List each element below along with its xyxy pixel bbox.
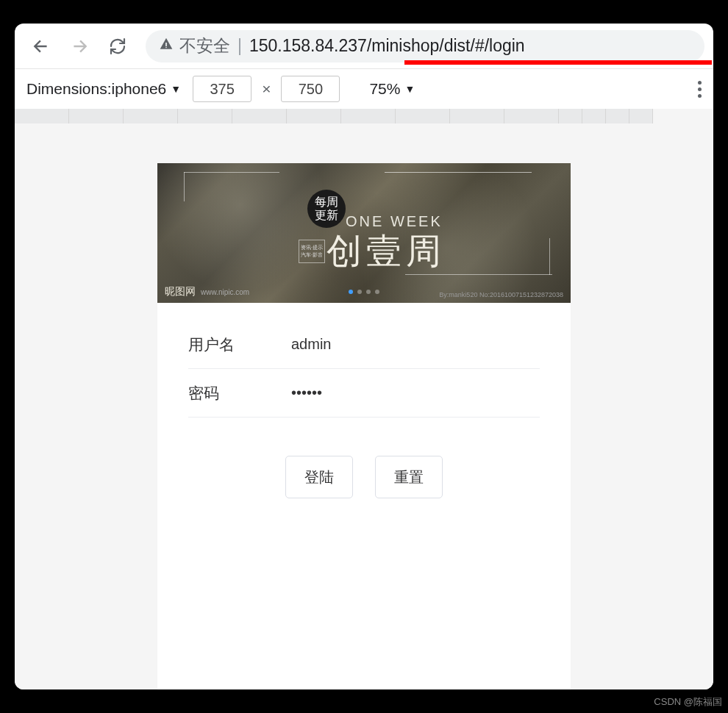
watermark: CSDN @陈福国 [654,695,722,709]
dimensions-prefix: Dimensions: [26,80,112,98]
device-name: iphone6 [112,80,167,98]
carousel-dot[interactable] [357,290,362,294]
back-button[interactable] [24,29,59,64]
reload-button[interactable] [100,29,135,64]
zoom-selector[interactable]: 75% ▼ [369,80,415,98]
url-path: /minishop/dist/#/login [367,36,525,56]
ruler [15,109,713,129]
carousel-banner[interactable]: 每周 更新 ONE WEEK 创壹周 资讯·提示 汽车·影音 昵图网 www.n… [157,163,571,303]
zoom-value: 75% [369,80,400,98]
browser-window: 不安全 | 150.158.84.237/minishop/dist/#/log… [15,24,713,689]
width-input[interactable] [193,76,251,102]
dropdown-icon: ▼ [171,83,181,95]
more-options-button[interactable] [698,81,702,98]
password-input[interactable] [291,384,540,401]
login-button[interactable]: 登陆 [285,456,353,498]
decor-line [549,238,550,275]
security-label: 不安全 [179,35,230,57]
carousel-dot[interactable] [375,290,379,294]
url-host: 150.158.84.237 [249,36,367,56]
username-input[interactable] [291,336,540,353]
browser-toolbar: 不安全 | 150.158.84.237/minishop/dist/#/log… [15,24,713,69]
devtools-bar: Dimensions: iphone6 ▼ × 75% ▼ [15,69,713,109]
carousel-indicators[interactable] [349,290,379,294]
url-highlight [404,60,712,65]
dimensions-selector[interactable]: Dimensions: iphone6 ▼ [26,80,181,98]
forward-button[interactable] [62,29,97,64]
password-field-row: 密码 [188,369,540,418]
decor-line [184,172,185,201]
app-screen: 每周 更新 ONE WEEK 创壹周 资讯·提示 汽车·影音 昵图网 www.n… [157,163,571,689]
dropdown-icon: ▼ [404,83,415,95]
device-viewport: 每周 更新 ONE WEEK 创壹周 资讯·提示 汽车·影音 昵图网 www.n… [15,129,713,689]
dimension-x: × [262,80,271,98]
form-buttons: 登陆 重置 [188,456,540,498]
login-form: 用户名 密码 登陆 重置 [157,303,571,516]
decor-line [405,274,552,275]
address-bar[interactable]: 不安全 | 150.158.84.237/minishop/dist/#/log… [146,30,704,62]
username-label: 用户名 [188,334,291,355]
banner-credit: By:manki520 No:20161007151232872038 [439,291,563,298]
security-warning-icon [159,37,174,55]
carousel-dot[interactable] [349,290,353,294]
carousel-dot[interactable] [366,290,371,294]
tag-l1: 资讯·提示 [301,244,323,251]
decor-line [184,172,279,173]
banner-logo-url: www.nipic.com [201,288,249,296]
banner-badge: 每周 更新 [307,190,346,228]
badge-line1: 每周 [315,196,338,209]
url-separator: | [238,36,242,56]
reset-button[interactable]: 重置 [375,456,443,498]
decor-line [385,172,532,173]
banner-logo-text: 昵图网 [165,285,196,297]
banner-title: 创壹周 [326,228,446,275]
password-label: 密码 [188,383,291,404]
tag-l2: 汽车·影音 [301,251,323,259]
username-field-row: 用户名 [188,320,540,369]
height-input[interactable] [281,76,340,102]
badge-line2: 更新 [315,209,338,222]
banner-tag: 资讯·提示 汽车·影音 [299,240,325,263]
